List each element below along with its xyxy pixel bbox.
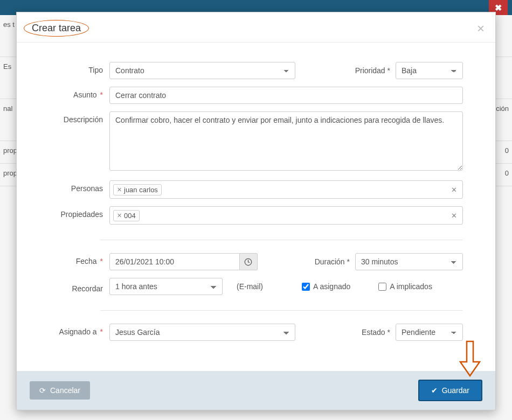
modal-header: Crear tarea ×	[17, 12, 495, 43]
undo-icon: ⟳	[39, 386, 46, 395]
create-task-modal: Crear tarea × Tipo Contrato Prioridad * …	[16, 12, 496, 410]
close-icon[interactable]: ×	[477, 21, 485, 36]
clear-propiedades-icon[interactable]: ✕	[451, 212, 457, 220]
asunto-input[interactable]	[109, 87, 463, 104]
asignado-a-select[interactable]: Jesus García	[109, 324, 295, 341]
propiedades-label: Propiedades	[49, 206, 103, 219]
separator	[100, 310, 463, 311]
clock-icon[interactable]	[240, 253, 258, 270]
a-asignado-checkbox[interactable]	[302, 283, 310, 291]
modal-title: Crear tarea	[24, 20, 89, 37]
descripcion-label: Descripción	[49, 111, 103, 124]
person-tag[interactable]: ✕juan carlos	[113, 184, 162, 195]
modal-footer: ⟳ Cancelar ✔ Guardar	[17, 371, 495, 410]
property-tag[interactable]: ✕004	[113, 210, 140, 221]
descripcion-textarea[interactable]: Confirmar cobro, hacer el contrato y env…	[109, 111, 463, 171]
tag-remove-icon[interactable]: ✕	[117, 186, 122, 193]
personas-label: Personas	[49, 180, 103, 193]
recordar-select[interactable]: 1 hora antes	[109, 278, 223, 295]
separator	[100, 240, 463, 240]
clear-personas-icon[interactable]: ✕	[451, 186, 457, 194]
fecha-label: Fecha *	[49, 253, 103, 265]
cancel-button[interactable]: ⟳ Cancelar	[30, 381, 90, 400]
estado-select[interactable]: Pendiente	[396, 324, 463, 341]
check-icon: ✔	[431, 386, 438, 395]
fecha-input[interactable]	[109, 253, 240, 270]
modal-body: Tipo Contrato Prioridad * Baja Asunto * …	[17, 43, 495, 371]
a-implicados-label: A implicados	[390, 282, 432, 291]
duracion-select[interactable]: 30 minutos	[355, 253, 463, 270]
save-button[interactable]: ✔ Guardar	[418, 380, 482, 401]
asunto-label: Asunto *	[49, 87, 103, 99]
email-hint: (E-mail)	[237, 282, 263, 291]
tipo-select[interactable]: Contrato	[109, 62, 295, 79]
a-implicados-checkbox[interactable]	[378, 283, 386, 291]
recordar-label: Recordar	[49, 281, 103, 293]
estado-label: Estado *	[362, 328, 390, 337]
propiedades-taginput[interactable]: ✕004 ✕	[109, 206, 463, 225]
prioridad-select[interactable]: Baja	[396, 62, 463, 79]
tag-remove-icon[interactable]: ✕	[117, 212, 122, 219]
personas-taginput[interactable]: ✕juan carlos ✕	[109, 180, 463, 199]
prioridad-label: Prioridad *	[355, 66, 390, 75]
asignado-a-label: Asignado a *	[49, 324, 103, 336]
duracion-label: Duración *	[315, 257, 350, 266]
a-asignado-label: A asignado	[313, 282, 350, 291]
annotation-arrow-icon	[458, 340, 482, 377]
tipo-label: Tipo	[49, 62, 103, 74]
